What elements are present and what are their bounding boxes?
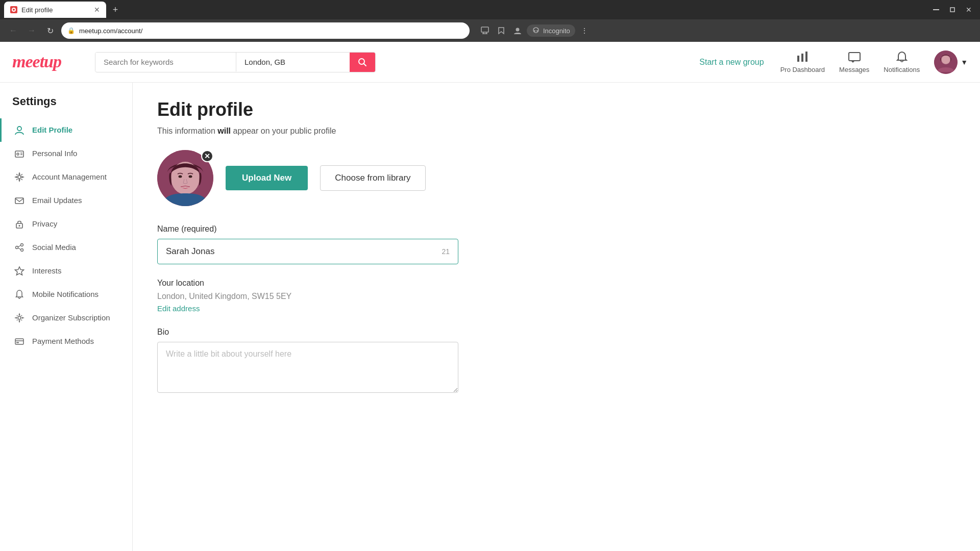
forward-button[interactable]: → bbox=[24, 23, 39, 38]
incognito-button[interactable]: Incognito bbox=[527, 24, 575, 37]
meetup-logo[interactable]: meetup bbox=[12, 49, 79, 75]
envelope-icon bbox=[14, 195, 25, 206]
sidebar-title: Settings bbox=[0, 95, 132, 118]
svg-text:meetup: meetup bbox=[12, 52, 61, 71]
svg-point-24 bbox=[18, 176, 21, 179]
user-menu-chevron[interactable]: ▼ bbox=[961, 58, 968, 66]
search-button[interactable] bbox=[350, 53, 375, 72]
sidebar-label-edit-profile: Edit Profile bbox=[32, 125, 72, 135]
sidebar-item-organizer-subscription[interactable]: Organizer Subscription bbox=[0, 306, 132, 330]
page-title: Edit profile bbox=[157, 99, 568, 120]
top-navigation: meetup Start a new group bbox=[0, 42, 980, 83]
sidebar-item-privacy[interactable]: Privacy bbox=[0, 212, 132, 236]
sidebar-item-social-media[interactable]: Social Media bbox=[0, 236, 132, 259]
maximize-button[interactable] bbox=[945, 3, 960, 17]
credit-card-icon bbox=[14, 336, 25, 347]
sidebar-label-organizer-subscription: Organizer Subscription bbox=[32, 313, 110, 323]
sidebar-item-personal-info[interactable]: Personal Info bbox=[0, 142, 132, 165]
mobile-bell-icon bbox=[14, 289, 25, 300]
name-input[interactable] bbox=[166, 246, 442, 257]
user-avatar[interactable] bbox=[934, 51, 958, 74]
address-text: meetup.com/account/ bbox=[79, 27, 142, 35]
name-char-count: 21 bbox=[442, 247, 450, 256]
person-icon bbox=[14, 124, 25, 136]
bio-textarea[interactable] bbox=[157, 342, 458, 393]
star-icon bbox=[14, 265, 25, 277]
subtitle-strong: will bbox=[217, 127, 231, 135]
address-bar[interactable]: 🔒 meetup.com/account/ bbox=[61, 22, 470, 39]
sidebar-item-payment-methods[interactable]: Payment Methods bbox=[0, 330, 132, 353]
svg-point-27 bbox=[19, 225, 20, 227]
svg-point-7 bbox=[534, 30, 535, 32]
svg-rect-35 bbox=[15, 339, 23, 344]
sidebar-item-email-updates[interactable]: Email Updates bbox=[0, 189, 132, 212]
notifications-label: Notifications bbox=[884, 66, 920, 73]
sidebar-label-social-media: Social Media bbox=[32, 242, 76, 253]
nav-icons: Pro Dashboard Messages N bbox=[780, 51, 968, 74]
bookmark-icon[interactable] bbox=[494, 23, 508, 38]
share-icon bbox=[14, 242, 25, 253]
start-new-group-link[interactable]: Start a new group bbox=[699, 58, 764, 67]
refresh-button[interactable]: ↻ bbox=[43, 23, 57, 38]
messages-nav-item[interactable]: Messages bbox=[839, 51, 869, 73]
choose-from-library-button[interactable]: Choose from library bbox=[320, 165, 425, 191]
tab-favicon bbox=[10, 6, 17, 13]
search-input[interactable] bbox=[95, 53, 236, 71]
sidebar-label-personal-info: Personal Info bbox=[32, 148, 77, 159]
minimize-button[interactable] bbox=[929, 3, 943, 17]
location-label: Your location bbox=[157, 279, 568, 288]
svg-point-40 bbox=[179, 176, 182, 178]
name-input-wrapper: 21 bbox=[157, 239, 458, 264]
sidebar-item-interests[interactable]: Interests bbox=[0, 259, 132, 283]
svg-marker-33 bbox=[15, 267, 24, 275]
svg-point-19 bbox=[17, 127, 21, 131]
back-button[interactable]: ← bbox=[6, 23, 20, 38]
name-label: Name (required) bbox=[157, 224, 568, 234]
messages-icon bbox=[848, 51, 861, 64]
subtitle-pre: This information bbox=[157, 127, 217, 135]
photo-section: ✕ Upload New Choose from library bbox=[157, 150, 568, 206]
profile-photo-wrapper: ✕ bbox=[157, 150, 213, 206]
svg-rect-13 bbox=[801, 54, 803, 62]
bio-section: Bio bbox=[157, 328, 568, 395]
page-subtitle: This information will appear on your pub… bbox=[157, 127, 568, 136]
upload-new-button[interactable]: Upload New bbox=[226, 166, 308, 190]
svg-point-28 bbox=[21, 244, 23, 246]
remove-photo-button[interactable]: ✕ bbox=[201, 150, 213, 162]
pro-dashboard-nav-item[interactable]: Pro Dashboard bbox=[780, 51, 825, 73]
organizer-icon bbox=[14, 312, 25, 323]
notifications-nav-item[interactable]: Notifications bbox=[884, 51, 920, 73]
tab-title: Edit profile bbox=[21, 6, 53, 14]
new-tab-button[interactable]: + bbox=[108, 3, 122, 17]
svg-rect-37 bbox=[16, 342, 19, 343]
sidebar-item-account-management[interactable]: Account Management bbox=[0, 165, 132, 189]
svg-line-31 bbox=[18, 245, 20, 247]
media-router-icon[interactable] bbox=[478, 23, 492, 38]
svg-point-8 bbox=[536, 30, 538, 32]
name-field-section: Name (required) 21 bbox=[157, 224, 568, 264]
tab-close-button[interactable]: ✕ bbox=[94, 6, 100, 14]
id-card-icon bbox=[14, 148, 25, 159]
svg-line-11 bbox=[364, 63, 366, 66]
sidebar-label-interests: Interests bbox=[32, 266, 62, 276]
sidebar-item-edit-profile[interactable]: Edit Profile bbox=[0, 118, 132, 142]
svg-point-41 bbox=[189, 176, 192, 178]
settings-sidebar: Settings Edit Profile bbox=[0, 83, 133, 551]
pro-dashboard-label: Pro Dashboard bbox=[780, 66, 825, 73]
main-content: Edit profile This information will appea… bbox=[133, 83, 592, 551]
sidebar-label-payment-methods: Payment Methods bbox=[32, 336, 94, 346]
edit-address-link[interactable]: Edit address bbox=[157, 304, 200, 313]
sidebar-item-mobile-notifications[interactable]: Mobile Notifications bbox=[0, 283, 132, 306]
location-input[interactable] bbox=[236, 53, 350, 71]
svg-point-30 bbox=[21, 249, 23, 252]
menu-button[interactable]: ⋮ bbox=[577, 23, 592, 38]
bell-icon bbox=[895, 51, 909, 64]
active-browser-tab[interactable]: Edit profile ✕ bbox=[4, 2, 106, 18]
svg-point-18 bbox=[942, 56, 950, 64]
svg-rect-2 bbox=[933, 9, 939, 10]
profile-icon[interactable] bbox=[510, 23, 525, 38]
subtitle-post: appear on your public profile bbox=[231, 127, 336, 135]
location-value: London, United Kingdom, SW15 5EY bbox=[157, 292, 568, 301]
messages-label: Messages bbox=[839, 66, 869, 73]
close-button[interactable]: ✕ bbox=[962, 3, 976, 17]
